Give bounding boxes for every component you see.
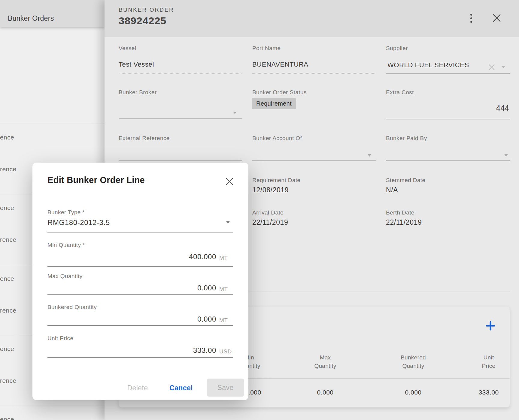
panel-eyebrow: BUNKER ORDER <box>119 7 174 13</box>
col-header-line: Quantity <box>386 362 440 370</box>
order-status-label: Bunker Order Status <box>252 89 307 96</box>
arrival-date-label: Arrival Date <box>252 209 284 216</box>
min-quantity-input[interactable]: 400.000 <box>47 253 216 261</box>
requirement-date-label: Requirement Date <box>252 177 301 184</box>
required-asterisk: * <box>82 209 85 215</box>
unit-price-underline <box>47 357 233 358</box>
max-quantity-label: Max Quantity <box>47 273 83 280</box>
status-badge: Requirement <box>252 98 296 109</box>
col-header-bunkered-quantity: Bunkered Quantity <box>386 353 440 370</box>
min-quantity-underline <box>47 266 233 267</box>
delete-button[interactable]: Delete <box>120 384 156 392</box>
bunkered-quantity-underline <box>47 325 233 326</box>
page-title: Bunker Orders <box>8 14 54 22</box>
port-name-underline <box>252 74 376 74</box>
paid-by-underline[interactable] <box>386 160 510 161</box>
table-row-bunkered-quantity[interactable]: 0.000 <box>386 389 440 396</box>
cancel-button[interactable]: Cancel <box>163 384 199 392</box>
table-row-unit-price[interactable]: 333.00 <box>462 389 516 396</box>
list-item[interactable]: rence <box>0 166 17 173</box>
table-row-max-quantity[interactable]: 0.000 <box>298 389 352 396</box>
unit-price-label: Unit Price <box>47 335 73 342</box>
col-header-line: Price <box>462 362 516 370</box>
bunker-orders-page-header: Bunker Orders <box>0 0 105 27</box>
bunker-type-label-text: Bunker Type <box>47 209 81 215</box>
close-panel-icon[interactable] <box>492 13 502 24</box>
close-modal-icon[interactable] <box>225 177 234 187</box>
list-row-divider <box>0 406 105 406</box>
supplier-underline <box>386 74 510 74</box>
col-header-line: Max <box>298 353 352 362</box>
col-header-line: Bunkered <box>386 353 440 362</box>
max-quantity-unit: MT <box>219 286 228 292</box>
max-quantity-input[interactable]: 0.000 <box>47 284 216 292</box>
col-header-line: Unit <box>462 353 516 362</box>
unit-price-input[interactable]: 333.00 <box>47 346 216 355</box>
arrival-date-value: 22/11/2019 <box>252 218 288 226</box>
vessel-label: Vessel <box>119 45 136 52</box>
external-reference-label: External Reference <box>119 135 170 142</box>
order-id: 38924225 <box>119 15 166 27</box>
extra-cost-label: Extra Cost <box>386 89 414 96</box>
modal-title: Edit Bunker Order Line <box>47 175 145 185</box>
list-item[interactable]: ence <box>0 416 14 420</box>
bunkered-quantity-input[interactable]: 0.000 <box>47 315 216 323</box>
list-item[interactable]: rence <box>0 307 17 314</box>
account-of-chevron-down-icon[interactable] <box>368 154 371 157</box>
extra-cost-underline <box>386 119 510 119</box>
bunker-type-underline <box>47 232 233 232</box>
bunker-type-chevron-down-icon[interactable] <box>226 221 230 224</box>
bunker-broker-chevron-down-icon[interactable] <box>233 112 237 114</box>
paid-by-chevron-down-icon[interactable] <box>504 154 508 157</box>
col-header-max-quantity: Max Quantity <box>298 353 352 370</box>
supplier-label: Supplier <box>386 45 408 52</box>
min-quantity-unit: MT <box>219 255 228 261</box>
list-item[interactable]: ence <box>0 204 14 212</box>
list-item[interactable]: rence <box>0 236 17 243</box>
vessel-underline <box>119 74 242 74</box>
col-header-unit-price: Unit Price <box>462 353 516 370</box>
unit-price-unit: USD <box>219 348 232 355</box>
supplier-select[interactable]: WORLD FUEL SERVICES <box>387 61 469 69</box>
external-reference-underline[interactable] <box>119 160 242 161</box>
vessel-value[interactable]: Test Vessel <box>119 61 154 68</box>
bunker-type-label: Bunker Type* <box>47 209 85 216</box>
panel-header: BUNKER ORDER 38924225 <box>105 0 519 37</box>
supplier-chevron-down-icon[interactable] <box>502 66 505 68</box>
required-asterisk: * <box>82 242 85 248</box>
bunkered-quantity-label: Bunkered Quantity <box>47 304 97 310</box>
bunker-broker-label: Bunker Broker <box>119 89 157 96</box>
add-line-icon[interactable] <box>486 321 495 332</box>
bunker-broker-underline[interactable] <box>119 118 242 119</box>
max-quantity-underline <box>47 294 233 295</box>
requirement-date-value: 12/08/2019 <box>252 186 289 194</box>
stemmed-date-label: Stemmed Date <box>386 177 426 184</box>
port-name-value[interactable]: BUENAVENTURA <box>252 61 308 68</box>
account-of-label: Bunker Account Of <box>252 135 302 142</box>
col-header-line: Quantity <box>298 362 352 370</box>
app-screen: Bunker Orders ence rence ence rence ence… <box>0 0 519 420</box>
paid-by-label: Bunker Paid By <box>386 135 427 142</box>
account-of-underline[interactable] <box>252 160 376 161</box>
berth-date-label: Berth Date <box>386 209 414 216</box>
bunkered-quantity-unit: MT <box>219 317 228 324</box>
min-quantity-label: Min Quantity* <box>47 242 85 248</box>
save-button[interactable]: Save <box>207 379 244 397</box>
list-item[interactable]: ence <box>0 134 14 141</box>
extra-cost-input[interactable]: 444 <box>386 104 509 112</box>
edit-bunker-order-line-modal: Edit Bunker Order Line Bunker Type* RMG1… <box>32 163 248 400</box>
port-name-label: Port Name <box>252 45 281 52</box>
list-item[interactable]: ence <box>0 275 14 282</box>
stemmed-date-value: N/A <box>386 186 398 194</box>
more-options-icon[interactable] <box>467 13 475 24</box>
list-row-divider <box>0 124 105 124</box>
berth-date-value: 22/11/2019 <box>386 218 422 226</box>
min-quantity-label-text: Min Quantity <box>47 242 81 248</box>
bunker-type-select[interactable]: RMG180-2012-3.5 <box>47 218 110 227</box>
list-item[interactable]: rence <box>0 377 17 384</box>
list-item[interactable]: ence <box>0 345 14 352</box>
clear-supplier-icon[interactable] <box>488 64 495 72</box>
